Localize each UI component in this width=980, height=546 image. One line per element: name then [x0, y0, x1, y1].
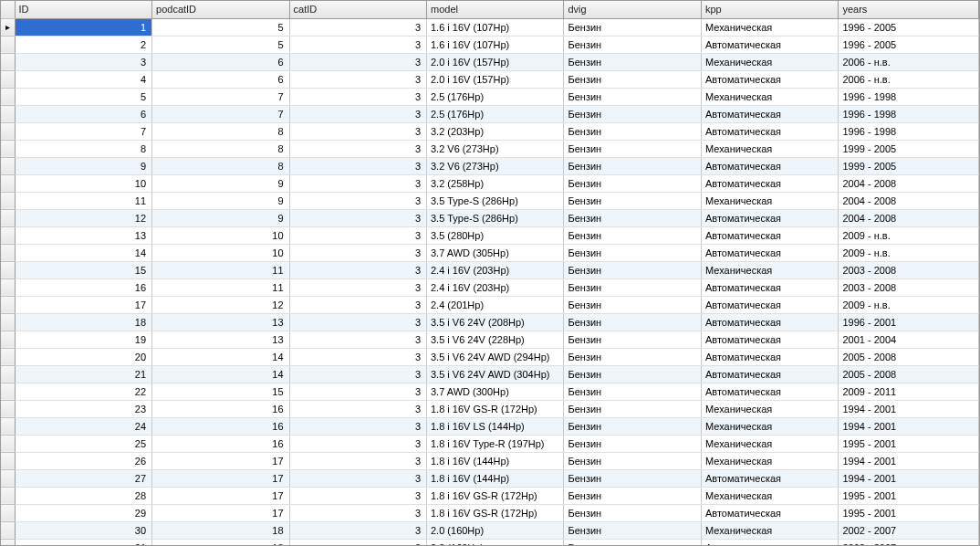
table-row[interactable]: ▸1531.6 i 16V (107Hp)БензинМеханическая1… — [1, 18, 979, 36]
cell-catid[interactable]: 3 — [289, 244, 426, 261]
cell-id[interactable]: 19 — [15, 331, 151, 348]
cell-dvig[interactable]: Бензин — [564, 296, 701, 313]
cell-model[interactable]: 3.5 i V6 24V (208Hp) — [427, 313, 564, 331]
cell-catid[interactable]: 3 — [289, 313, 426, 331]
table-row[interactable]: 141033.7 AWD (305Hp)БензинАвтоматическая… — [1, 244, 979, 261]
cell-dvig[interactable]: Бензин — [564, 400, 701, 417]
cell-model[interactable]: 1.8 i 16V (144Hp) — [427, 452, 564, 469]
cell-years[interactable]: 2009 - н.в. — [839, 244, 979, 261]
cell-kpp[interactable]: Автоматическая — [701, 70, 838, 88]
cell-kpp[interactable]: Автоматическая — [701, 504, 838, 521]
cell-id[interactable]: 7 — [15, 122, 151, 140]
cell-model[interactable]: 1.6 i 16V (107Hp) — [427, 36, 564, 53]
cell-catid[interactable]: 3 — [289, 192, 426, 209]
row-header[interactable] — [1, 261, 15, 278]
cell-model[interactable]: 1.8 i 16V LS (144Hp) — [427, 417, 564, 435]
row-header[interactable] — [1, 157, 15, 174]
row-header[interactable] — [1, 435, 15, 452]
cell-dvig[interactable]: Бензин — [564, 244, 701, 261]
cell-id[interactable]: 21 — [15, 365, 151, 383]
cell-podcatid[interactable]: 11 — [152, 278, 289, 296]
cell-catid[interactable]: 3 — [289, 539, 426, 546]
cell-kpp[interactable]: Автоматическая — [701, 226, 838, 244]
cell-dvig[interactable]: Бензин — [564, 18, 701, 36]
cell-podcatid[interactable]: 6 — [152, 53, 289, 70]
cell-podcatid[interactable]: 17 — [152, 469, 289, 487]
cell-dvig[interactable]: Бензин — [564, 122, 701, 140]
cell-dvig[interactable]: Бензин — [564, 487, 701, 504]
row-header[interactable] — [1, 365, 15, 383]
table-row[interactable]: 151132.4 i 16V (203Hp)БензинМеханическая… — [1, 261, 979, 278]
cell-podcatid[interactable]: 9 — [152, 174, 289, 192]
row-header[interactable] — [1, 452, 15, 469]
cell-years[interactable]: 1996 - 1998 — [839, 88, 979, 105]
cell-id[interactable]: 22 — [15, 383, 151, 400]
cell-dvig[interactable]: Бензин — [564, 331, 701, 348]
cell-id[interactable]: 14 — [15, 244, 151, 261]
row-header[interactable] — [1, 122, 15, 140]
cell-podcatid[interactable]: 5 — [152, 18, 289, 36]
table-row[interactable]: 231631.8 i 16V GS-R (172Hp)БензинМеханич… — [1, 400, 979, 417]
cell-podcatid[interactable]: 10 — [152, 226, 289, 244]
cell-catid[interactable]: 3 — [289, 296, 426, 313]
row-header[interactable] — [1, 88, 15, 105]
cell-years[interactable]: 2004 - 2008 — [839, 192, 979, 209]
cell-catid[interactable]: 3 — [289, 452, 426, 469]
cell-id[interactable]: 20 — [15, 348, 151, 365]
cell-catid[interactable]: 3 — [289, 18, 426, 36]
cell-id[interactable]: 26 — [15, 452, 151, 469]
cell-podcatid[interactable]: 9 — [152, 192, 289, 209]
cell-catid[interactable]: 3 — [289, 400, 426, 417]
cell-kpp[interactable]: Автоматическая — [701, 296, 838, 313]
row-header[interactable] — [1, 417, 15, 435]
table-row[interactable]: 5732.5 (176Hp)БензинМеханическая1996 - 1… — [1, 88, 979, 105]
cell-model[interactable]: 2.4 i 16V (203Hp) — [427, 261, 564, 278]
row-header[interactable] — [1, 296, 15, 313]
cell-kpp[interactable]: Механическая — [701, 192, 838, 209]
cell-kpp[interactable]: Автоматическая — [701, 157, 838, 174]
cell-years[interactable]: 1994 - 2001 — [839, 417, 979, 435]
cell-kpp[interactable]: Механическая — [701, 400, 838, 417]
cell-id[interactable]: 15 — [15, 261, 151, 278]
cell-kpp[interactable]: Автоматическая — [701, 313, 838, 331]
cell-podcatid[interactable]: 16 — [152, 400, 289, 417]
cell-dvig[interactable]: Бензин — [564, 504, 701, 521]
row-header[interactable] — [1, 278, 15, 296]
cell-years[interactable]: 1996 - 1998 — [839, 105, 979, 122]
cell-kpp[interactable]: Автоматическая — [701, 278, 838, 296]
col-header-kpp[interactable]: kpp — [701, 1, 838, 18]
cell-catid[interactable]: 3 — [289, 521, 426, 539]
cell-id[interactable]: 9 — [15, 157, 151, 174]
table-row[interactable]: 12933.5 Type-S (286Hp)БензинАвтоматическ… — [1, 209, 979, 226]
table-row[interactable]: 281731.8 i 16V GS-R (172Hp)БензинМеханич… — [1, 487, 979, 504]
cell-kpp[interactable]: Механическая — [701, 140, 838, 157]
cell-podcatid[interactable]: 8 — [152, 157, 289, 174]
cell-years[interactable]: 2009 - н.в. — [839, 296, 979, 313]
table-row[interactable]: 271731.8 i 16V (144Hp)БензинАвтоматическ… — [1, 469, 979, 487]
cell-dvig[interactable]: Бензин — [564, 140, 701, 157]
cell-kpp[interactable]: Механическая — [701, 18, 838, 36]
cell-kpp[interactable]: Автоматическая — [701, 174, 838, 192]
cell-dvig[interactable]: Бензин — [564, 36, 701, 53]
col-header-model[interactable]: model — [427, 1, 564, 18]
row-header[interactable] — [1, 140, 15, 157]
cell-catid[interactable]: 3 — [289, 435, 426, 452]
table-row[interactable]: 211433.5 i V6 24V AWD (304Hp)БензинАвтом… — [1, 365, 979, 383]
row-header[interactable] — [1, 174, 15, 192]
cell-id[interactable]: 4 — [15, 70, 151, 88]
cell-podcatid[interactable]: 12 — [152, 296, 289, 313]
col-header-dvig[interactable]: dvig — [564, 1, 701, 18]
cell-kpp[interactable]: Механическая — [701, 435, 838, 452]
cell-dvig[interactable]: Бензин — [564, 383, 701, 400]
cell-podcatid[interactable]: 6 — [152, 70, 289, 88]
cell-dvig[interactable]: Бензин — [564, 417, 701, 435]
cell-dvig[interactable]: Бензин — [564, 157, 701, 174]
cell-model[interactable]: 3.7 AWD (305Hp) — [427, 244, 564, 261]
cell-years[interactable]: 2002 - 2007 — [839, 521, 979, 539]
table-row[interactable]: 191333.5 i V6 24V (228Hp)БензинАвтоматич… — [1, 331, 979, 348]
cell-id[interactable]: 6 — [15, 105, 151, 122]
cell-model[interactable]: 3.5 Type-S (286Hp) — [427, 209, 564, 226]
table-row[interactable]: 301832.0 (160Hp)БензинМеханическая2002 -… — [1, 521, 979, 539]
cell-id[interactable]: 28 — [15, 487, 151, 504]
cell-id[interactable]: 18 — [15, 313, 151, 331]
